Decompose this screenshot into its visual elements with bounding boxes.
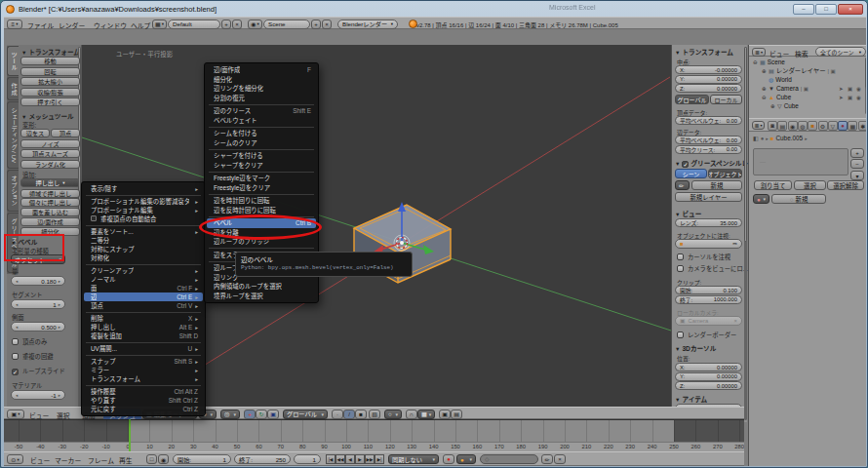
expand-toggle-icon[interactable]: ⊖ [762,95,769,100]
tool-button-収縮/膨張[interactable]: 収縮/膨張 [20,88,80,97]
tool-button-個々に押し出し[interactable]: 個々に押し出し [20,198,80,207]
select-edge-icon[interactable]: / [343,410,355,419]
global-toggle[interactable]: グローバル [675,95,709,104]
close-button[interactable]: × [838,4,863,15]
tool-button-押す/引く[interactable]: 押す/引く [20,98,80,106]
restrict-render-icon[interactable]: ◉ [856,86,861,92]
topbar-menu-1[interactable]: レンダー [59,20,85,30]
outliner-row-World[interactable]: ◍World [749,75,864,84]
properties-tab-object[interactable]: ■ [808,121,817,131]
npanel-scrollbar[interactable] [744,47,747,420]
mean-crease-slider[interactable]: 平均クリース:0.00 [675,145,742,154]
remove-scene-button[interactable]: × [322,20,332,29]
timeline-menu-3[interactable]: 再生 [119,455,133,465]
properties-editor-icon[interactable]: ≣▾ [752,121,765,130]
edge-menu-item-シームのクリア[interactable]: シームのクリア [205,138,318,148]
timeline-editor-icon[interactable]: ⊙▾ [7,454,23,464]
outliner-display-filter[interactable]: 全てのシーン▾ [815,47,866,57]
current-frame-field[interactable]: 1 [294,454,321,464]
mesh-menu-item-二等分[interactable]: 二等分 [82,236,205,245]
edge-menu-item-シャープを付ける[interactable]: シャープを付ける [205,151,318,161]
mesh-menu-item-重複頂点の自動結合[interactable]: 重複頂点の自動結合 [82,214,205,223]
minimize-button[interactable]: – [793,4,814,15]
play-reverse-button[interactable]: ◀ [345,454,355,464]
edge-menu-item-辺ループのブリッジ[interactable]: 辺ループのブリッジ [205,237,318,247]
mesh-menu-item-やり直す[interactable]: やり直すShift Ctrl Z [82,396,205,405]
render-border-checkbox[interactable]: レンダーボーダー [677,331,736,339]
proportional-edit-icon[interactable]: ○▾ [384,410,402,419]
expand-toggle-icon[interactable]: ⊕ [762,86,769,92]
bevel-panel-header[interactable]: ▼ベベル [11,237,37,247]
gpencil-panel-header[interactable]: ▼✓グリースペンシルレイ [675,158,755,168]
scene-browse-icon[interactable]: ◉▾ [248,20,262,29]
clip-end-slider[interactable]: 終了:1000.000 [675,295,742,304]
timeline-menu-0[interactable]: ビュー [30,455,50,465]
tool-button-細分化[interactable]: 細分化 [20,227,80,236]
render-opengl-icon[interactable]: ▣ [439,410,451,419]
mesh-menu-item-複製を追加[interactable]: 複製を追加Shift D [82,332,205,340]
properties-tab-object-data[interactable]: ▽ [828,121,838,131]
render-anim-icon[interactable]: ▤ [451,410,462,419]
tool-button-移動[interactable]: 移動 [20,57,80,65]
remove-slot-button[interactable]: − [850,159,864,169]
scene-selector[interactable]: Scene [263,20,310,29]
mesh-menu-item-要素をソート...[interactable]: 要素をソート...▸ [82,227,205,236]
restrict-view-icon[interactable]: ▣ [848,95,852,100]
toolshelf-tab-2[interactable]: シェーディング / UV [7,101,19,169]
meshtools-panel-header[interactable]: ▼メッシュツール [21,111,74,121]
lens-slider[interactable]: レンズ:35.000 [675,218,742,227]
sync-mode-selector[interactable]: 同期しない▾ [388,454,439,464]
timeline-menu-2[interactable]: フレーム [88,455,114,465]
frame-start-field[interactable]: 開始:1 [173,454,231,464]
mesh-menu-item-押し出し[interactable]: 押し出しAlt E▸ [82,323,205,332]
select-vertex-icon[interactable]: · [332,410,343,419]
jump-to-end-button[interactable]: ▶| [375,454,384,464]
properties-tab-particles[interactable]: ✱ [858,121,866,131]
outliner-scrollbar[interactable] [865,58,866,114]
edge-menu-item-ベベル[interactable]: ベベルCtrl B [207,218,316,228]
edge-menu-item-内側領域のループを選択[interactable]: 内側領域のループを選択 [205,282,318,292]
checkbox-icon[interactable] [12,353,19,360]
properties-tab-material[interactable]: ● [838,121,848,131]
bevel-width-type-dropdown[interactable]: オフセット▾ [11,254,65,264]
expand-toggle-icon[interactable]: ⊖ [753,59,760,65]
select-face-icon[interactable]: ■ [355,410,367,419]
mesh-menu-item-対称にスナップ[interactable]: 対称にスナップ [82,245,205,254]
edge-menu-item-辺を分離[interactable]: 辺を分離 [205,228,318,238]
restrict-view-icon[interactable]: ▣ [848,86,852,92]
frame-range-lock-icon[interactable]: □ [146,454,157,464]
edge-menu-item-Freestyle辺をクリア[interactable]: Freestyle辺をクリア [205,183,318,193]
cursor-location-slider-Z:[interactable]: Z:0.00000 [675,381,742,390]
outliner-row-Cube[interactable]: ⊕▽Cube [749,101,864,110]
manipulator-rotate-icon[interactable]: ↻ [256,410,267,419]
remove-layout-button[interactable]: × [232,20,242,29]
material-slot-list[interactable]: — [753,148,848,176]
new-layer-button[interactable]: 新規レイヤー [675,192,742,202]
restrict-select-icon[interactable]: ➤ [839,95,844,100]
viewport-editor-icon[interactable]: ▣▾ [7,410,24,419]
snap-element-selector[interactable]: ▦▾ [417,410,435,419]
toolshelf-tab-3[interactable]: オプション [7,170,19,212]
edge-menu-item-辺/面作成[interactable]: 辺/面作成F [205,65,318,75]
outliner-row-Camera[interactable]: ⊕▼Camera | ▣➤▣◉ [749,84,864,93]
gpencil-scene-toggle[interactable]: シーン [675,169,707,178]
edge-menu-item-辺を反時計回りに回転[interactable]: 辺を反時計回りに回転 [205,206,318,215]
cursor3d-panel-header[interactable]: ▼3Dカーソル [675,343,716,353]
checkbox-icon[interactable] [12,338,19,345]
checkbox-icon[interactable]: ✓ [12,369,19,375]
bevel-amount-slider[interactable]: ◂0.180▸ [11,276,65,286]
select-button[interactable]: 選択 [794,180,826,190]
play-button[interactable]: ▶ [355,454,365,464]
properties-tab-texture[interactable]: ▦ [848,121,857,131]
material-browse-icon[interactable]: ●▾ [753,194,769,204]
mesh-menu-item-表示/隠す[interactable]: 表示/隠す▸ [82,184,205,193]
properties-tab-world[interactable]: ◍ [798,121,808,131]
tool-button-ノイズ[interactable]: ノイズ [20,139,80,148]
lock-camera-checkbox[interactable]: カメラをビューにロ... [677,264,748,273]
mesh-menu-item-面[interactable]: 面Ctrl F▸ [82,284,205,292]
bevel-segments-slider[interactable]: ◂1▸ [11,299,65,309]
local-camera-field[interactable]: ▣Camera× [675,316,742,326]
screen-layout-selector[interactable]: Default [168,20,220,29]
properties-tab-render-layers[interactable]: ▤ [777,121,787,131]
deform-pair-button-1[interactable]: 頂点 [51,129,80,137]
